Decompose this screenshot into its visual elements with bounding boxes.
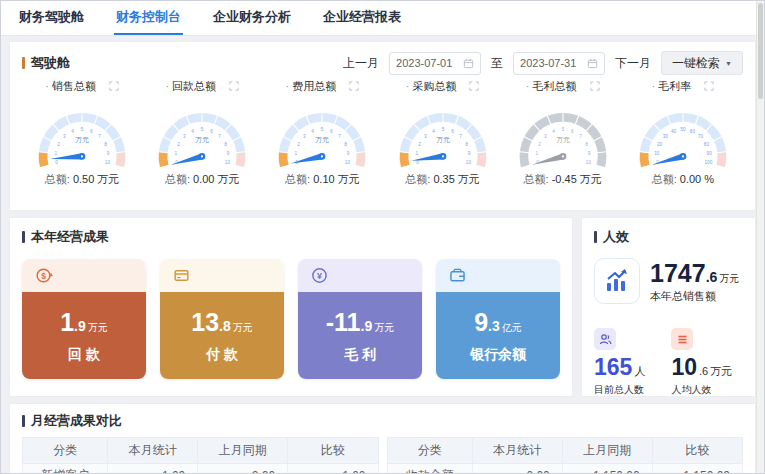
- svg-text:9: 9: [467, 151, 470, 156]
- per-capita-label: 人均人效: [671, 383, 732, 397]
- calendar-icon: [463, 58, 474, 69]
- stat-value: 13.8万元: [191, 308, 253, 337]
- svg-text:万元: 万元: [195, 136, 209, 143]
- section-bar: [22, 415, 25, 427]
- expand-icon[interactable]: [349, 81, 359, 91]
- svg-text:7: 7: [339, 134, 342, 139]
- annual-cards: $1.9万元回 款13.8万元付 款¥-11.9万元毛 利9.3亿元银行余额: [22, 259, 560, 379]
- gauge-total: 总额: 0.35 万元: [382, 172, 502, 187]
- date-to-input[interactable]: 2023-07-31: [513, 52, 605, 75]
- cockpit-title: 驾驶舱: [31, 54, 70, 72]
- cockpit-panel: 驾驶舱 上一月 2023-07-01 至 2023-07-31 下一月 一键检索…: [9, 41, 756, 211]
- stat-card-3: ¥-11.9万元毛 利: [298, 259, 422, 379]
- gauge-title: ·费用总额: [262, 78, 382, 94]
- headcount-label: 目前总人数: [594, 383, 645, 397]
- gauge-total: 总额: -0.45 万元: [503, 172, 623, 187]
- expand-icon[interactable]: [469, 81, 479, 91]
- svg-text:8: 8: [465, 142, 468, 147]
- stat-value: 9.3亿元: [474, 308, 522, 337]
- svg-text:4: 4: [432, 129, 435, 134]
- svg-text:万元: 万元: [556, 136, 570, 143]
- svg-text:3: 3: [63, 134, 66, 139]
- next-month-button[interactable]: 下一月: [615, 55, 651, 72]
- cockpit-header: 驾驶舱: [22, 54, 70, 72]
- gauge-total: 总额: 0.10 万元: [262, 172, 382, 187]
- expand-icon[interactable]: [229, 81, 239, 91]
- tab-3[interactable]: 企业财务分析: [211, 1, 293, 35]
- table-header: 上月同期: [198, 438, 288, 464]
- svg-text:4: 4: [191, 129, 194, 134]
- svg-text:2: 2: [538, 142, 541, 147]
- gauge-title: ·回款总额: [142, 78, 262, 94]
- comparison-title: 月经营成果对比: [31, 412, 122, 430]
- gauge-title: ·销售总额: [22, 78, 142, 94]
- tab-2[interactable]: 财务控制台: [114, 1, 183, 35]
- svg-text:6: 6: [331, 129, 334, 134]
- svg-text:6: 6: [571, 129, 574, 134]
- svg-text:9: 9: [107, 151, 110, 156]
- svg-text:60: 60: [690, 129, 696, 134]
- svg-text:5: 5: [561, 127, 564, 132]
- gauge-6: ·毛利率0102030405060708090100总额: 0.00 %: [623, 78, 743, 187]
- table-header: 比较: [652, 438, 742, 464]
- table-header: 分类: [387, 438, 472, 464]
- table-header: 本月统计: [108, 438, 198, 464]
- annual-results-panel: 本年经营成果 $1.9万元回 款13.8万元付 款¥-11.9万元毛 利9.3亿…: [9, 217, 573, 397]
- svg-text:40: 40: [671, 129, 677, 134]
- expand-icon[interactable]: [590, 81, 600, 91]
- date-to-value: 2023-07-31: [520, 57, 576, 69]
- quick-search-button[interactable]: 一键检索 ▼: [661, 51, 743, 75]
- gauge-total: 总额: 0.00 万元: [142, 172, 262, 187]
- stat-value: -11.9万元: [326, 308, 394, 337]
- trend-up-icon: [594, 258, 640, 304]
- tab-1[interactable]: 财务驾驶舱: [17, 1, 86, 35]
- date-to-label: 至: [491, 55, 503, 72]
- per-capita-stat: 10 .6 万元 人均人效: [671, 328, 732, 397]
- yen-circle-icon: ¥: [310, 266, 329, 285]
- svg-text:50: 50: [680, 127, 686, 132]
- table-header: 分类: [23, 438, 108, 464]
- annual-sales-value: 1747.6万元: [650, 259, 739, 288]
- app-window: 财务驾驶舱财务控制台企业财务分析企业经营报表 驾驶舱 上一月 2023-07-0…: [0, 0, 765, 474]
- svg-text:10: 10: [654, 151, 660, 156]
- gauge-5: ·毛利总额012345678910万元总额: -0.45 万元: [503, 78, 623, 187]
- svg-text:9: 9: [227, 151, 230, 156]
- svg-text:7: 7: [98, 134, 101, 139]
- svg-text:6: 6: [451, 129, 454, 134]
- prev-month-button[interactable]: 上一月: [343, 55, 379, 72]
- tab-4[interactable]: 企业经营报表: [321, 1, 403, 35]
- stat-label: 回 款: [68, 346, 100, 364]
- scrollbar-track[interactable]: [756, 1, 764, 473]
- svg-text:4: 4: [312, 129, 315, 134]
- svg-text:4: 4: [552, 129, 555, 134]
- per-capita-value: 10: [671, 354, 697, 381]
- expand-icon[interactable]: [704, 81, 714, 91]
- payment-card-icon: [172, 266, 191, 285]
- svg-text:10: 10: [345, 160, 351, 165]
- gauge-chart: 012345678910万元: [23, 94, 141, 172]
- svg-text:10: 10: [465, 160, 471, 165]
- expand-icon[interactable]: [109, 81, 119, 91]
- section-bar: [22, 57, 25, 69]
- svg-text:8: 8: [224, 142, 227, 147]
- date-from-input[interactable]: 2023-07-01: [389, 52, 481, 75]
- svg-text:10: 10: [105, 160, 111, 165]
- headcount-value: 165: [594, 354, 632, 381]
- svg-text:1: 1: [295, 151, 298, 156]
- svg-text:4: 4: [71, 129, 74, 134]
- svg-text:7: 7: [219, 134, 222, 139]
- svg-text:3: 3: [424, 134, 427, 139]
- scrollbar-thumb[interactable]: [758, 3, 763, 99]
- svg-text:3: 3: [183, 134, 186, 139]
- svg-text:0: 0: [416, 160, 419, 165]
- svg-text:9: 9: [347, 151, 350, 156]
- list-icon: [671, 328, 693, 350]
- svg-text:8: 8: [345, 142, 348, 147]
- efficiency-title: 人效: [603, 228, 629, 246]
- stat-card-2: 13.8万元付 款: [160, 259, 284, 379]
- stat-label: 付 款: [206, 346, 238, 364]
- gauge-chart: 012345678910万元: [504, 94, 622, 172]
- svg-text:5: 5: [321, 127, 324, 132]
- svg-text:100: 100: [704, 160, 712, 165]
- stat-label: 毛 利: [344, 346, 376, 364]
